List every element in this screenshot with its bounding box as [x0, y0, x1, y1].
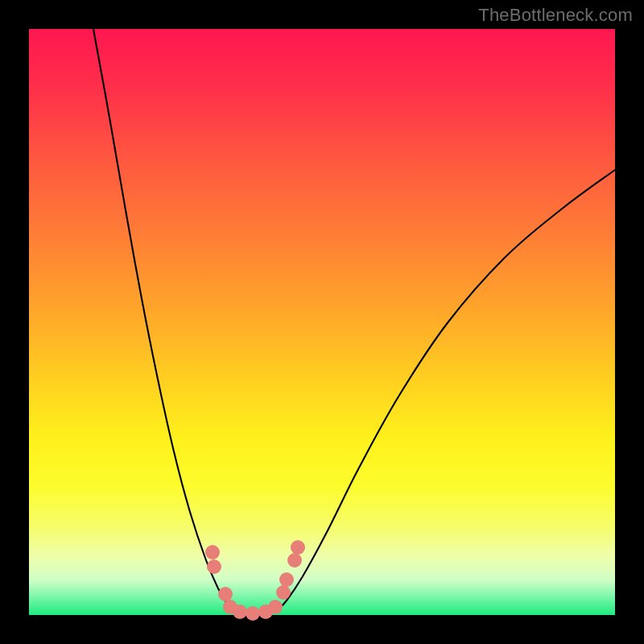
marker-dot: [287, 553, 302, 568]
watermark-text: TheBottleneck.com: [478, 5, 633, 26]
marker-dot: [291, 540, 305, 555]
chart-frame: TheBottleneck.com: [0, 0, 644, 644]
marker-dot: [279, 572, 294, 587]
marker-dot: [246, 606, 260, 621]
curve-group: [93, 29, 615, 614]
marker-dot: [268, 600, 283, 614]
plot-area: [29, 29, 615, 615]
marker-dot: [233, 605, 247, 619]
curve-svg: [29, 29, 615, 615]
marker-dot: [205, 545, 220, 559]
marker-group: [205, 540, 305, 621]
bottleneck-curve: [93, 29, 615, 614]
marker-dot: [207, 559, 221, 574]
marker-dot: [276, 585, 291, 600]
marker-dot: [218, 587, 233, 601]
